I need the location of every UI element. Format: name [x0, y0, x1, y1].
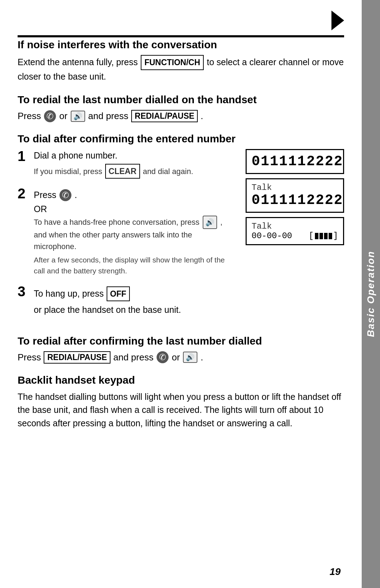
step-1-sub-end: and dial again. — [143, 167, 193, 176]
backlit-title: Backlit handset keypad — [18, 374, 344, 386]
step-1-main: Dial a phone number. — [34, 149, 235, 162]
and-press-label-2: and press — [113, 352, 153, 363]
battery-bar-1 — [315, 233, 318, 239]
side-tab: Basic Operation — [362, 0, 380, 588]
lcd-2-label: Talk — [252, 183, 338, 192]
speakerphone-icon-1: 🔊 — [71, 111, 85, 122]
step-3-main: To hang up, press OFF or place the hands… — [34, 286, 235, 317]
top-arrow-area — [18, 11, 344, 33]
side-tab-label: Basic Operation — [365, 251, 376, 337]
step-2: 2 Press ✆ . OR To have a hands-free phon… — [18, 186, 235, 277]
lcd-3: Talk 00-00-00 [ ] — [246, 217, 344, 245]
arrow-right-icon — [331, 11, 344, 30]
step-1: 1 Dial a phone number. If you misdial, p… — [18, 149, 235, 179]
and-press-label-1: and press — [88, 111, 128, 122]
noise-title: If noise interferes with the conversatio… — [18, 39, 344, 51]
backlit-body: The handset dialling buttons will light … — [18, 390, 344, 430]
dial-confirm-section: To dial after confirming the entered num… — [18, 133, 344, 324]
lcd-2: Talk 0111112222 — [246, 178, 344, 213]
redial-last-title: To redial the last number dialled on the… — [18, 94, 344, 106]
step-2-detail-text: To have a hands-free phone conversation,… — [34, 218, 200, 227]
redial-confirm-row: Press REDIAL/PAUSE and press ✆ or 🔊 . — [18, 351, 344, 364]
redial-confirm-title: To redial after confirming the last numb… — [18, 335, 344, 347]
battery-bar-4 — [329, 233, 332, 239]
redial-pause-button-2: REDIAL/PAUSE — [44, 351, 110, 364]
step-3-content: To hang up, press OFF or place the hands… — [34, 284, 235, 317]
step-2-note: After a few seconds, the display will sh… — [34, 254, 235, 277]
speakerphone-icon-3: 🔊 — [183, 352, 197, 363]
step-3-num: 3 — [18, 284, 29, 298]
step-1-content: Dial a phone number. If you misdial, pre… — [34, 149, 235, 179]
lcd-screens: 0111112222 Talk 0111112222 Talk 00-00-00 — [246, 149, 344, 324]
period-2: . — [201, 352, 203, 363]
step-2-or: OR — [34, 204, 235, 214]
press-label-2: Press — [18, 352, 41, 363]
step-2-period: . — [75, 188, 77, 202]
redial-last-section: To redial the last number dialled on the… — [18, 94, 344, 122]
step-2-main: Press ✆ . — [34, 188, 235, 202]
noise-body: Extend the antenna fully, press FUNCTION… — [18, 55, 344, 83]
lcd-3-timer-value: 00-00-00 — [252, 231, 292, 241]
noise-section: If noise interferes with the conversatio… — [18, 39, 344, 83]
handset-icon-3: ✆ — [157, 351, 169, 363]
page-number: 19 — [330, 566, 341, 577]
backlit-section: Backlit handset keypad The handset diall… — [18, 374, 344, 430]
lcd-3-battery: [ ] — [309, 231, 338, 241]
step-2-detail: To have a hands-free phone conversation,… — [34, 216, 235, 252]
steps-left: 1 Dial a phone number. If you misdial, p… — [18, 149, 235, 324]
lcd-3-timer: 00-00-00 [ ] — [252, 231, 338, 241]
steps-area: 1 Dial a phone number. If you misdial, p… — [18, 149, 344, 324]
battery-bracket-open: [ — [309, 231, 314, 241]
step-3: 3 To hang up, press OFF or place the han… — [18, 284, 235, 317]
step-2-num: 2 — [18, 186, 29, 200]
redial-last-row: Press ✆ or 🔊 and press REDIAL/PAUSE . — [18, 110, 344, 122]
battery-bar-3 — [324, 233, 328, 239]
lcd-2-number: 0111112222 — [252, 192, 338, 208]
noise-body-text: Extend the antenna fully, press — [18, 57, 138, 67]
step-2-content: Press ✆ . OR To have a hands-free phone … — [34, 186, 235, 277]
press-label-1: Press — [18, 111, 41, 122]
step-1-sub-text: If you misdial, press — [34, 167, 102, 176]
redial-confirm-section: To redial after confirming the last numb… — [18, 335, 344, 364]
clear-button: CLEAR — [105, 164, 140, 179]
or-label-2: or — [172, 352, 180, 363]
period-1: . — [201, 111, 203, 122]
battery-bar-2 — [319, 233, 323, 239]
handset-icon-2: ✆ — [59, 189, 71, 201]
top-line — [18, 35, 344, 37]
function-ch-button: FUNCTION/CH — [141, 55, 203, 70]
step-2-press: Press — [34, 188, 56, 202]
handset-icon-1: ✆ — [44, 110, 56, 122]
lcd-3-label: Talk — [252, 222, 338, 231]
step-3-end: or place the handset on the base unit. — [34, 303, 181, 317]
redial-pause-button-1: REDIAL/PAUSE — [131, 110, 198, 122]
battery-bracket-close: ] — [333, 231, 338, 241]
dial-confirm-title: To dial after confirming the entered num… — [18, 133, 344, 145]
lcd-1-number: 0111112222 — [252, 154, 338, 169]
lcd-1: 0111112222 — [246, 149, 344, 174]
speakerphone-icon-2: 🔊 — [203, 216, 217, 229]
step-3-to-hang: To hang up, press — [34, 287, 104, 301]
step-1-num: 1 — [18, 149, 29, 163]
off-button: OFF — [107, 286, 130, 302]
main-content: If noise interferes with the conversatio… — [0, 0, 362, 588]
or-label-1: or — [59, 111, 67, 122]
page-wrapper: If noise interferes with the conversatio… — [0, 0, 380, 588]
step-1-sub: If you misdial, press CLEAR and dial aga… — [34, 164, 235, 179]
